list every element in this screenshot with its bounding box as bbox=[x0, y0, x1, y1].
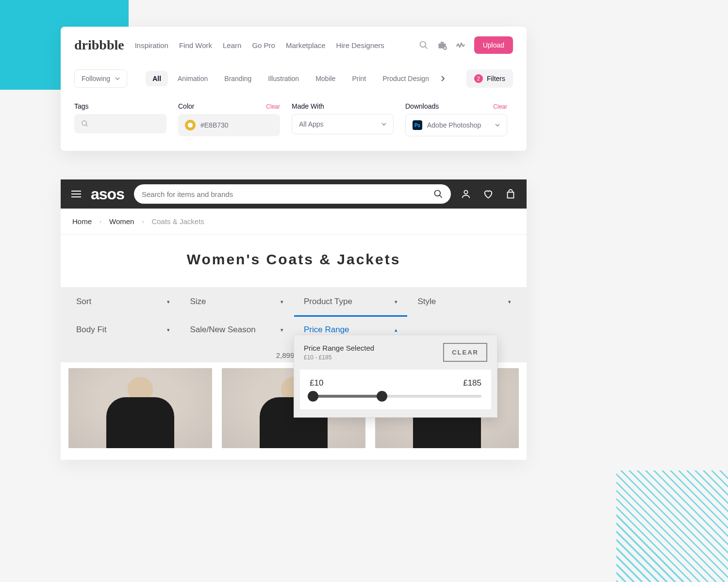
filter-body-fit[interactable]: Body Fit ▾ bbox=[66, 316, 180, 343]
filters-label: Filters bbox=[487, 75, 505, 82]
filter-made-with: Made With All Apps bbox=[292, 102, 394, 136]
chevron-down-icon bbox=[495, 124, 500, 127]
color-value: #E8B730 bbox=[200, 121, 229, 129]
madewith-select[interactable]: All Apps bbox=[292, 114, 394, 134]
tags-label: Tags bbox=[74, 102, 166, 110]
filter-panel: Tags Color Clear #E8B730 Made With All A… bbox=[61, 94, 527, 136]
menu-icon[interactable] bbox=[71, 191, 81, 197]
breadcrumb-separator-icon: › bbox=[142, 218, 144, 225]
clear-button[interactable]: CLEAR bbox=[443, 343, 487, 362]
tab-product-design[interactable]: Product Design bbox=[376, 71, 436, 86]
heart-icon[interactable] bbox=[483, 189, 494, 199]
decorative-stripes bbox=[616, 470, 728, 582]
product-card[interactable] bbox=[68, 368, 212, 448]
tab-all[interactable]: All bbox=[146, 71, 168, 86]
category-tabs: All Animation Branding Illustration Mobi… bbox=[146, 71, 463, 86]
chevron-down-icon: ▾ bbox=[395, 299, 397, 305]
slider-track[interactable] bbox=[310, 395, 481, 398]
dribbble-logo[interactable]: dribbble bbox=[74, 37, 124, 53]
breadcrumb-home[interactable]: Home bbox=[72, 217, 92, 226]
color-clear-link[interactable]: Clear bbox=[266, 103, 280, 110]
chevron-down-icon: ▾ bbox=[167, 299, 170, 305]
asos-logo[interactable]: asos bbox=[91, 185, 124, 203]
chevron-down-icon bbox=[115, 77, 120, 80]
search-bar bbox=[134, 184, 451, 204]
activity-icon[interactable] bbox=[456, 40, 465, 50]
asos-header: asos bbox=[61, 179, 527, 209]
tab-mobile[interactable]: Mobile bbox=[309, 71, 342, 86]
chevron-up-icon: ▴ bbox=[395, 327, 397, 333]
breadcrumb-women[interactable]: Women bbox=[109, 217, 134, 226]
filter-sale[interactable]: Sale/New Season ▾ bbox=[181, 316, 294, 343]
svg-line-6 bbox=[86, 125, 87, 126]
following-select[interactable]: Following bbox=[74, 69, 127, 88]
breadcrumb-current: Coats & Jackets bbox=[151, 217, 204, 226]
search-input[interactable] bbox=[142, 190, 429, 198]
breadcrumb-separator-icon: › bbox=[99, 218, 101, 225]
dribbble-header: dribbble Inspiration Find Work Learn Go … bbox=[61, 27, 527, 64]
price-slider: £10 £185 bbox=[300, 370, 491, 409]
slider-handle-max[interactable] bbox=[377, 391, 387, 402]
slider-handle-min[interactable] bbox=[308, 391, 318, 402]
filter-downloads: Downloads Clear Ps Adobe Photoshop bbox=[405, 102, 507, 136]
filter-sort[interactable]: Sort ▾ bbox=[66, 288, 180, 315]
svg-rect-10 bbox=[508, 192, 514, 198]
tabs-scroll-right-icon[interactable] bbox=[439, 76, 447, 81]
nav-go-pro[interactable]: Go Pro bbox=[252, 41, 275, 49]
account-icon[interactable] bbox=[461, 189, 471, 199]
color-swatch-icon bbox=[185, 120, 196, 130]
search-icon bbox=[81, 120, 89, 128]
nav-learn[interactable]: Learn bbox=[223, 41, 241, 49]
downloads-select[interactable]: Ps Adobe Photoshop bbox=[405, 114, 507, 136]
nav-find-work[interactable]: Find Work bbox=[179, 41, 212, 49]
range-labels: £10 £185 bbox=[310, 378, 481, 388]
photoshop-icon: Ps bbox=[413, 120, 422, 130]
filter-style-label: Style bbox=[418, 297, 436, 307]
svg-line-8 bbox=[440, 195, 442, 198]
filter-size[interactable]: Size ▾ bbox=[181, 288, 294, 315]
color-input[interactable]: #E8B730 bbox=[178, 114, 280, 136]
tab-animation[interactable]: Animation bbox=[171, 71, 215, 86]
chevron-down-icon bbox=[381, 123, 386, 126]
tab-print[interactable]: Print bbox=[345, 71, 373, 86]
upload-button[interactable]: Upload bbox=[474, 36, 513, 54]
filter-style[interactable]: Style ▾ bbox=[408, 288, 521, 315]
tab-illustration[interactable]: Illustration bbox=[261, 71, 306, 86]
header-icons: Upload bbox=[419, 36, 513, 54]
downloads-value: Adobe Photoshop bbox=[427, 121, 481, 129]
search-icon[interactable] bbox=[419, 40, 429, 50]
search-icon[interactable] bbox=[433, 189, 443, 199]
filter-product-type[interactable]: Product Type ▾ bbox=[294, 288, 407, 315]
asos-header-icons bbox=[461, 189, 516, 199]
svg-rect-3 bbox=[440, 42, 444, 43]
filter-size-label: Size bbox=[190, 297, 206, 307]
popover-header: Price Range Selected £10 - £185 CLEAR bbox=[294, 335, 497, 370]
slider-fill bbox=[313, 395, 382, 398]
nav-marketplace[interactable]: Marketplace bbox=[286, 41, 326, 49]
briefcase-icon[interactable] bbox=[437, 40, 447, 50]
range-min-label: £10 bbox=[310, 378, 323, 388]
chevron-down-icon: ▾ bbox=[508, 299, 511, 305]
nav-hire-designers[interactable]: Hire Designers bbox=[336, 41, 384, 49]
breadcrumb: Home › Women › Coats & Jackets bbox=[61, 209, 527, 235]
following-label: Following bbox=[82, 75, 110, 82]
tab-branding[interactable]: Branding bbox=[217, 71, 258, 86]
svg-point-9 bbox=[464, 191, 467, 194]
tags-input[interactable] bbox=[74, 114, 166, 133]
filters-button[interactable]: 2 Filters bbox=[466, 69, 513, 88]
bag-icon[interactable] bbox=[505, 189, 516, 199]
filter-tags: Tags bbox=[74, 102, 166, 136]
nav-inspiration[interactable]: Inspiration bbox=[135, 41, 168, 49]
color-label: Color bbox=[178, 102, 194, 110]
dribbble-nav: Inspiration Find Work Learn Go Pro Marke… bbox=[135, 41, 408, 49]
filter-product-type-label: Product Type bbox=[304, 297, 352, 307]
svg-point-0 bbox=[420, 42, 426, 48]
downloads-clear-link[interactable]: Clear bbox=[493, 103, 507, 110]
dribbble-panel: dribbble Inspiration Find Work Learn Go … bbox=[61, 27, 527, 151]
downloads-label: Downloads bbox=[405, 102, 439, 110]
svg-point-7 bbox=[435, 191, 441, 196]
chevron-down-icon: ▾ bbox=[281, 299, 283, 305]
dribbble-subnav: Following All Animation Branding Illustr… bbox=[61, 64, 527, 94]
filter-body-fit-label: Body Fit bbox=[76, 325, 106, 335]
madewith-label: Made With bbox=[292, 102, 394, 110]
